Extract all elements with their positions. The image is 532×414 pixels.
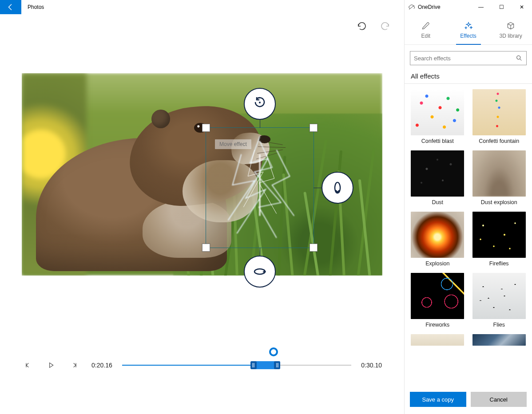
tab-effects-label: Effects — [460, 33, 476, 39]
effect-bounding-box[interactable]: Move effect — [206, 127, 314, 248]
effects-grid[interactable]: Confetti blast Confetti fountain Dust Du… — [405, 84, 532, 387]
tab-edit-label: Edit — [421, 33, 430, 39]
svg-point-3 — [517, 56, 520, 59]
search-effects[interactable] — [410, 51, 527, 65]
sparkle-icon — [464, 21, 473, 30]
pencil-icon — [421, 21, 430, 30]
minimize-button[interactable]: — — [471, 0, 491, 14]
back-button[interactable] — [0, 0, 21, 14]
tabs: Edit Effects 3D library — [405, 14, 532, 45]
effect-thumb — [411, 334, 464, 346]
cube-icon — [506, 21, 515, 30]
duration-time: 0:30.10 — [361, 362, 382, 369]
svg-point-0 — [259, 102, 261, 103]
save-copy-button[interactable]: Save a copy — [410, 392, 466, 407]
effect-thumb — [472, 212, 526, 258]
effect-thumb — [411, 273, 464, 319]
side-title-bar: OneDrive — ☐ ✕ — [405, 0, 532, 14]
onedrive-icon — [408, 4, 415, 11]
resize-handle-top-left[interactable] — [202, 124, 210, 132]
arrow-left-icon — [7, 3, 15, 11]
search-icon — [516, 55, 523, 62]
effect-label: Flies — [493, 322, 505, 328]
timeline: 0:20.16 0:30.10 — [0, 334, 404, 414]
onedrive-label: OneDrive — [418, 4, 441, 10]
effect-label: Fireworks — [425, 322, 449, 328]
canvas-area: Move effect — [0, 14, 404, 334]
effect-label: Fireflies — [489, 260, 509, 267]
effect-label: Dust — [432, 199, 443, 205]
cancel-button[interactable]: Cancel — [471, 392, 527, 407]
resize-handle-bottom-right[interactable] — [310, 244, 318, 252]
section-all-effects: All effects — [405, 69, 532, 84]
editor-pane: Photos — [0, 0, 404, 414]
effect-thumb — [472, 89, 526, 135]
effect-thumb — [472, 334, 526, 346]
effect-label: Confetti blast — [421, 138, 454, 144]
effect-fireworks[interactable]: Fireworks — [410, 273, 465, 328]
maximize-button[interactable]: ☐ — [491, 0, 512, 14]
timeline-track[interactable] — [122, 356, 352, 374]
effect-thumb — [411, 212, 464, 258]
video-frame[interactable]: Move effect — [22, 73, 382, 276]
move-effect-tooltip: Move effect — [215, 139, 251, 149]
search-input[interactable] — [414, 55, 516, 62]
resize-handle-top-right[interactable] — [310, 124, 318, 132]
play-button[interactable] — [45, 359, 57, 371]
effect-clip[interactable] — [250, 361, 280, 369]
tab-edit[interactable]: Edit — [405, 19, 447, 44]
rotate-z-control[interactable] — [244, 88, 276, 120]
effect-fireflies[interactable]: Fireflies — [472, 212, 527, 267]
effect-label: Dust explosion — [481, 199, 517, 205]
effect-thumb — [411, 89, 464, 135]
effect-thumb — [411, 150, 464, 197]
footer-buttons: Save a copy Cancel — [405, 387, 532, 414]
effect-confetti-blast[interactable]: Confetti blast — [410, 89, 465, 144]
effect-confetti-fountain[interactable]: Confetti fountain — [472, 89, 527, 144]
effect-partial-2[interactable] — [472, 334, 527, 346]
tab-3d-label: 3D library — [500, 33, 522, 39]
effect-dust-explosion[interactable]: Dust explosion — [472, 150, 527, 205]
rotate-y-control[interactable] — [322, 172, 353, 204]
effect-label: Confetti fountain — [479, 138, 519, 144]
effect-thumb — [472, 150, 526, 197]
effect-label: Explosion — [425, 260, 449, 267]
rotate-x-control[interactable] — [244, 256, 276, 288]
side-panel: OneDrive — ☐ ✕ Edit Effects 3D library A… — [404, 0, 532, 414]
frame-back-button[interactable] — [22, 359, 34, 371]
clip-handle-right[interactable] — [274, 361, 280, 369]
app-title: Photos — [28, 4, 44, 10]
tab-3d-library[interactable]: 3D library — [489, 19, 532, 44]
effect-explosion[interactable]: Explosion — [410, 212, 465, 267]
resize-handle-bottom-left[interactable] — [202, 244, 210, 252]
frame-forward-button[interactable] — [68, 359, 80, 371]
effect-thumb — [472, 273, 526, 319]
current-time: 0:20.16 — [91, 362, 112, 369]
clip-handle-left[interactable] — [250, 361, 257, 369]
tab-effects[interactable]: Effects — [447, 19, 490, 44]
title-bar: Photos — [0, 0, 404, 14]
effect-flies[interactable]: Flies — [472, 273, 527, 328]
effect-partial-1[interactable] — [410, 334, 465, 346]
playhead[interactable] — [269, 347, 278, 356]
effect-dust[interactable]: Dust — [410, 150, 465, 205]
close-button[interactable]: ✕ — [512, 0, 532, 14]
